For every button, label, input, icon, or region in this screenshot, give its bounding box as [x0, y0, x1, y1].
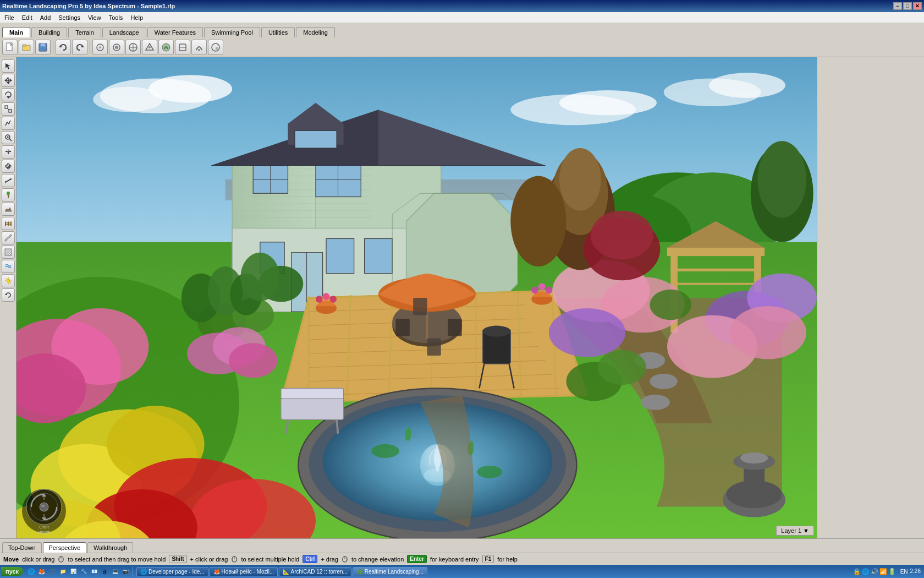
svg-rect-22 — [5, 106, 8, 108]
minimize-button[interactable]: − — [893, 2, 902, 10]
tool-btn-4[interactable] — [142, 40, 157, 55]
svg-point-183 — [510, 176, 566, 266]
tool-btn-6[interactable] — [175, 40, 190, 55]
menu-file[interactable]: File — [1, 13, 18, 22]
svg-point-187 — [757, 141, 806, 217]
enter-key: Enter — [407, 555, 427, 563]
svg-point-175 — [549, 308, 625, 357]
svg-point-185 — [591, 211, 653, 260]
tab-perspective[interactable]: Perspective — [43, 542, 86, 553]
status-text-4: to select multiple hold — [241, 556, 299, 563]
tool-btn-3[interactable] — [125, 40, 141, 55]
tab-swimming-pool[interactable]: Swimming Pool — [204, 27, 260, 37]
tab-utilities[interactable]: Utilities — [261, 27, 295, 37]
select-tool[interactable] — [2, 59, 15, 73]
svg-rect-127 — [427, 338, 441, 356]
menu-tools[interactable]: Tools — [106, 13, 127, 22]
taskbar-archicad[interactable]: 📐 ArchiCAD 12 :: torren... — [279, 567, 351, 576]
measure-tool[interactable] — [2, 174, 15, 187]
svg-point-189 — [650, 374, 678, 389]
svg-point-197 — [597, 350, 646, 385]
taskbar-dev-page[interactable]: 🌐 Developer page - Ide... — [136, 567, 208, 576]
light-tool[interactable] — [2, 274, 15, 287]
height-label: Height — [37, 530, 50, 535]
svg-point-190 — [641, 395, 670, 410]
taskbar-realtime[interactable]: 🌿 Realtime Landscaping... — [353, 567, 427, 576]
fence-tool[interactable] — [2, 217, 15, 230]
taskbar: пуск 🌐 🦊 🎵 📁 📊 🔧 📧 🖨 💻 📷 🌐 Developer pag… — [0, 565, 924, 578]
tool-btn-2[interactable] — [109, 40, 124, 55]
tab-terrain[interactable]: Terrain — [68, 27, 101, 37]
tray-icon-3: 🔊 — [871, 568, 878, 575]
right-panel — [817, 57, 924, 538]
tool-btn-5[interactable] — [158, 40, 174, 55]
redo-button[interactable] — [72, 40, 87, 55]
taskbar-misc-icon-6[interactable]: 📷 — [120, 566, 130, 576]
move-label: Move — [3, 556, 19, 563]
layer-indicator[interactable]: Layer 1 ▼ — [776, 526, 814, 536]
taskbar-app-icons[interactable]: 📁 — [58, 566, 68, 576]
save-button[interactable] — [35, 40, 51, 55]
water-tool[interactable] — [2, 260, 15, 273]
tab-water-features[interactable]: Water Features — [147, 27, 203, 37]
plant-tool[interactable] — [2, 188, 15, 201]
undo-left-tool[interactable] — [2, 288, 15, 302]
menu-edit[interactable]: Edit — [19, 13, 36, 22]
tab-landscape[interactable]: Landscape — [102, 27, 146, 37]
taskbar-firefox-icon[interactable]: 🦊 — [37, 566, 47, 576]
menu-add[interactable]: Add — [37, 13, 54, 22]
taskbar-misc-icon[interactable]: 📊 — [68, 566, 78, 576]
tab-building[interactable]: Building — [31, 27, 67, 37]
maximize-button[interactable]: □ — [903, 2, 912, 10]
pan-tool[interactable] — [2, 145, 15, 159]
tray-icon-1: 🔒 — [853, 568, 861, 575]
undo-button[interactable] — [56, 40, 71, 55]
svg-point-138 — [538, 283, 546, 290]
svg-rect-4 — [41, 43, 45, 46]
taskbar-misc-icon-5[interactable]: 💻 — [110, 566, 120, 576]
svg-rect-125 — [448, 319, 461, 336]
svg-rect-153 — [281, 388, 344, 399]
new-button[interactable] — [2, 40, 18, 55]
tool-btn-1[interactable] — [92, 40, 108, 55]
open-button[interactable] — [19, 40, 34, 55]
title-bar: Realtime Landscaping Pro 5 by Idea Spect… — [0, 0, 924, 12]
texture-tool[interactable] — [2, 246, 15, 259]
draw-tool[interactable] — [2, 117, 15, 130]
tab-topdown[interactable]: Top-Down — [2, 542, 42, 553]
path-tool[interactable] — [2, 231, 15, 244]
taskbar-misc-icon-2[interactable]: 🔧 — [79, 566, 89, 576]
rotate-tool[interactable] — [2, 88, 15, 101]
ctrl-key: Ctrl — [302, 555, 317, 563]
tool-btn-7[interactable] — [191, 40, 207, 55]
svg-point-14 — [148, 46, 151, 48]
scale-tool[interactable] — [2, 102, 15, 116]
tab-modeling[interactable]: Modeling — [296, 27, 335, 37]
menu-view[interactable]: View — [85, 13, 105, 22]
taskbar-ie-icon[interactable]: 🌐 — [26, 566, 36, 576]
svg-rect-2 — [23, 45, 26, 46]
shift-key: Shift — [169, 555, 186, 563]
taskbar-misc-icon-4[interactable]: 🖨 — [100, 566, 109, 576]
terrain-tool[interactable] — [2, 203, 15, 216]
orbit-tool[interactable] — [2, 160, 15, 173]
menu-help[interactable]: Help — [127, 13, 146, 22]
taskbar-firefox[interactable]: 🦊 Новый рейс - Mozil... — [210, 567, 278, 576]
taskbar-misc-icon-3[interactable]: 📧 — [89, 566, 99, 576]
svg-point-35 — [7, 192, 10, 195]
start-button[interactable]: пуск — [1, 567, 23, 576]
move-tool[interactable] — [2, 74, 15, 87]
tab-main[interactable]: Main — [2, 27, 30, 37]
orbit-label: Orbit — [39, 525, 48, 530]
menu-settings[interactable]: Settings — [55, 13, 84, 22]
tool-btn-8[interactable] — [208, 40, 223, 55]
tab-walkthrough[interactable]: Walkthrough — [87, 542, 133, 553]
compass-control[interactable]: Orbit Height — [22, 489, 66, 533]
svg-rect-44 — [5, 249, 12, 255]
close-button[interactable]: ✕ — [913, 2, 922, 10]
taskbar-media-icon[interactable]: 🎵 — [47, 566, 57, 576]
mouse-icon — [58, 556, 64, 563]
layer-dropdown-icon[interactable]: ▼ — [803, 527, 809, 534]
zoom-tool[interactable] — [2, 131, 15, 144]
viewport[interactable]: Orbit Height Layer 1 ▼ — [16, 57, 817, 538]
